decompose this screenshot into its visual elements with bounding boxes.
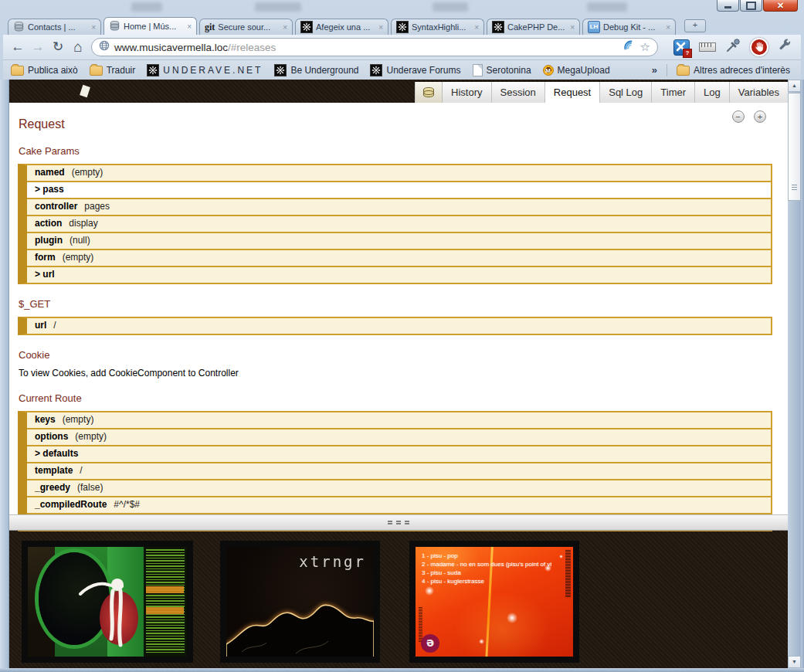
- param-value: (empty): [63, 252, 94, 263]
- bookmark-item[interactable]: UNDERAVE.NET: [147, 64, 263, 76]
- browser-window: ✕ Contacts | ...×Home | Mús...×gitSecure…: [0, 0, 804, 672]
- share-swirl-icon[interactable]: [622, 39, 634, 55]
- expandable-param-row[interactable]: > pass: [27, 182, 771, 199]
- debugkit-tab-timer[interactable]: Timer: [652, 82, 695, 103]
- param-key: url: [35, 320, 46, 331]
- bookmark-item[interactable]: Be Underground: [274, 64, 358, 76]
- debugkit-toolbar: HistorySessionRequestSql LogTimerLogVari…: [415, 82, 788, 103]
- album3-label-logo: ə: [421, 634, 439, 653]
- param-row: controllerpages: [27, 199, 771, 216]
- close-button[interactable]: ✕: [763, 0, 798, 12]
- bookmark-item[interactable]: Serotonina: [473, 64, 531, 76]
- scroll-up-button[interactable]: ▲: [788, 80, 801, 92]
- param-row: url/: [27, 318, 771, 334]
- album-cover-thumbnail[interactable]: 1 - pisu - pop2 - madame - no en som due…: [409, 541, 579, 663]
- stop-hand-extension-icon[interactable]: [750, 38, 768, 56]
- browser-tab[interactable]: gitSecure sour...×: [199, 19, 293, 35]
- section-heading: Cake Params: [19, 145, 788, 157]
- window-border-left: [0, 80, 9, 672]
- tab-close-icon[interactable]: ×: [474, 23, 479, 32]
- scrollbar-grip-icon: [792, 185, 797, 192]
- browser-tab[interactable]: Home | Mús...×: [103, 17, 197, 35]
- bookmark-label: Traduir: [107, 65, 136, 76]
- tab-close-icon[interactable]: ×: [187, 22, 192, 31]
- panel-expand-button[interactable]: +: [754, 110, 766, 123]
- param-key: options: [35, 431, 68, 442]
- bookmark-label: MegaUpload: [558, 65, 610, 76]
- browser-tab[interactable]: Afegeix una ...×: [295, 19, 388, 35]
- bookmark-item[interactable]: MMegaUpload: [543, 65, 610, 76]
- folder-icon: [90, 66, 103, 76]
- back-button[interactable]: ←: [8, 37, 28, 57]
- cakephp-cake-icon[interactable]: [416, 82, 443, 103]
- param-row: _compiledRoute#^/*$#: [27, 497, 771, 514]
- git-text-icon: git: [205, 22, 215, 32]
- param-key: plugin: [35, 235, 63, 246]
- param-key: _greedy: [35, 482, 70, 493]
- album-cover-thumbnail[interactable]: xtrngr: [220, 541, 380, 663]
- debugkit-tab-sql-log[interactable]: Sql Log: [600, 82, 652, 103]
- param-row: actiondisplay: [27, 216, 771, 233]
- home-button[interactable]: ⌂: [68, 37, 88, 57]
- tab-close-icon[interactable]: ×: [570, 23, 575, 32]
- album3-dot-art: [479, 639, 484, 644]
- tab-close-icon[interactable]: ×: [283, 23, 287, 32]
- param-row: template/: [27, 463, 771, 480]
- minimize-button[interactable]: [717, 0, 739, 12]
- bookmark-star-icon[interactable]: ☆: [640, 40, 650, 54]
- panel-controls: − +: [726, 109, 766, 123]
- reload-button[interactable]: ↻: [48, 37, 68, 57]
- scroll-down-button[interactable]: ▼: [788, 656, 801, 668]
- debugkit-tab-request[interactable]: Request: [545, 82, 600, 103]
- bookmark-label: Serotonina: [487, 65, 531, 76]
- forward-button[interactable]: →: [28, 37, 48, 57]
- param-row: keys(empty): [27, 412, 771, 429]
- expandable-param-row[interactable]: > url: [27, 267, 771, 283]
- tab-title: Secure sour...: [218, 22, 280, 32]
- param-key: template: [35, 465, 73, 476]
- bookmark-label: Altres adreces d'interès: [694, 65, 790, 76]
- track-line: 2 - madame - no en som dues (pisu's poin…: [422, 560, 551, 568]
- panel-collapse-button[interactable]: −: [732, 110, 745, 123]
- bookmark-item[interactable]: Underave Forums: [370, 64, 460, 76]
- underave-logo-icon: [147, 64, 159, 76]
- tab-title: Debug Kit - ...: [603, 22, 663, 32]
- debugkit-tab-session[interactable]: Session: [492, 82, 545, 103]
- new-tab-button[interactable]: +: [684, 19, 706, 32]
- debugkit-tab-variables[interactable]: Variables: [730, 82, 788, 103]
- bookmarks-overflow-chevron-icon[interactable]: »: [652, 64, 657, 76]
- browser-tab[interactable]: LHDebug Kit - ...×: [582, 19, 676, 35]
- other-bookmarks-folder[interactable]: Altres adreces d'interès: [677, 64, 790, 76]
- param-key: named: [35, 167, 65, 178]
- bookmark-item[interactable]: Traduir: [90, 64, 136, 76]
- debugkit-tab-history[interactable]: History: [443, 82, 491, 103]
- scrollbar-thumb[interactable]: [788, 93, 801, 201]
- window-border-bottom: [0, 668, 804, 672]
- tab-close-icon[interactable]: ×: [378, 23, 383, 32]
- wrench-icon[interactable]: [778, 38, 793, 56]
- eyedropper-extension-icon[interactable]: [725, 38, 741, 56]
- param-row: _greedy(false): [27, 480, 771, 497]
- tab-close-icon[interactable]: ×: [666, 23, 670, 32]
- album-cover-thumbnail[interactable]: [22, 541, 193, 663]
- maximize-button[interactable]: [740, 0, 762, 12]
- browser-tab[interactable]: Contacts | ...×: [8, 19, 101, 35]
- bookmark-item[interactable]: Publica això: [11, 64, 78, 76]
- folder-icon: [11, 66, 24, 76]
- page-scrollbar[interactable]: ▲ ▼: [788, 80, 801, 668]
- browser-tab[interactable]: CakePHP De...×: [487, 19, 580, 35]
- panel-resize-handle[interactable]: [9, 514, 788, 531]
- ruler-extension-icon[interactable]: [699, 42, 716, 52]
- tab-close-icon[interactable]: ×: [91, 23, 96, 32]
- album3-tracklist: 1 - pisu - pop2 - madame - no en som due…: [422, 552, 551, 585]
- underave-logo-icon: [370, 64, 382, 76]
- param-row: plugin(null): [27, 233, 771, 250]
- tab-title: Home | Mús...: [124, 22, 184, 31]
- browser-tab[interactable]: SyntaxHighli...×: [391, 19, 484, 35]
- url-input[interactable]: www.musicavermella.loc/#releases ☆: [91, 38, 658, 56]
- underave-logo-icon: [300, 21, 313, 33]
- xmarks-extension-icon[interactable]: ?: [673, 39, 690, 56]
- expandable-param-row[interactable]: > defaults: [27, 446, 771, 463]
- param-value: #^/*$#: [114, 499, 140, 510]
- debugkit-tab-log[interactable]: Log: [695, 82, 730, 103]
